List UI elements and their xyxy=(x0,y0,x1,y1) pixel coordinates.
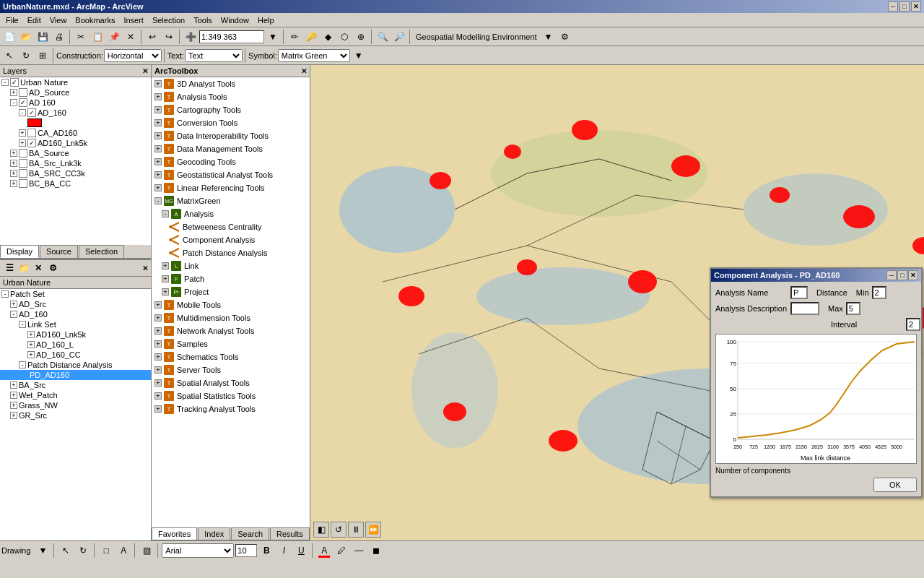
font-select[interactable]: Arial xyxy=(162,543,234,558)
expand-ba-src-cc3k[interactable]: + xyxy=(10,170,17,177)
comp-max-input[interactable] xyxy=(846,302,860,315)
line-color-button[interactable]: — xyxy=(351,543,367,558)
expand-ps-gr-src[interactable]: + xyxy=(10,412,17,419)
ps-ad160-cc[interactable]: + AD_160_CC xyxy=(0,350,151,360)
fill-tool[interactable]: ▧ xyxy=(139,543,154,558)
comp-analysis-name-input[interactable] xyxy=(790,286,808,299)
expand-geostat[interactable]: + xyxy=(154,171,162,178)
font-size-input[interactable] xyxy=(235,544,257,557)
expand-ad-source[interactable]: + xyxy=(10,89,17,96)
toolbox-patch-dist-analysis[interactable]: Patch Distance Analysis xyxy=(152,246,310,259)
expand-ba-source[interactable]: + xyxy=(10,150,17,157)
layer-ba-src-lnk3k[interactable]: + BA_Src_Lnk3k xyxy=(0,158,151,168)
toolbox-tracking[interactable]: + T Tracking Analyst Tools xyxy=(152,402,310,415)
tab-results[interactable]: Results xyxy=(270,527,310,540)
toolbox-betweeness[interactable]: Betweeness Centrality xyxy=(152,220,310,233)
check-ca-ad160[interactable] xyxy=(27,129,36,137)
copy-button[interactable]: 📋 xyxy=(90,29,105,45)
tab-selection[interactable]: Selection xyxy=(79,245,124,258)
layer-ba-source[interactable]: + BA_Source xyxy=(0,148,151,158)
save-button[interactable]: 💾 xyxy=(35,29,51,45)
expand-bc-ba-cc[interactable]: + xyxy=(10,180,17,187)
comp-maximize-btn[interactable]: □ xyxy=(897,270,907,280)
toolbox-conversion[interactable]: + T Conversion Tools xyxy=(152,116,310,129)
text-select[interactable]: Text xyxy=(185,49,243,62)
menu-insert[interactable]: Insert xyxy=(119,14,148,26)
toolbox-patch[interactable]: + P Patch xyxy=(152,272,310,285)
check-ad160-lnk5k[interactable] xyxy=(27,139,36,147)
toolbox-linear[interactable]: + T Linear Referencing Tools xyxy=(152,181,310,194)
expand-ps-link-set[interactable]: - xyxy=(19,321,26,328)
expand-link[interactable]: + xyxy=(162,262,169,269)
text-tool[interactable]: A xyxy=(116,543,131,558)
open-button[interactable]: 📂 xyxy=(18,29,34,45)
expand-cartography[interactable]: + xyxy=(154,106,162,113)
layer-ad160-lnk5k[interactable]: + AD160_Lnk5k xyxy=(0,138,151,148)
toolbox-dataintop[interactable]: + T Data Interoperability Tools xyxy=(152,129,310,142)
ps-grass-nw[interactable]: + Grass_NW xyxy=(0,400,151,410)
comp-ok-button[interactable]: OK xyxy=(873,478,917,492)
scale-input[interactable]: 1:349 363 xyxy=(199,30,264,43)
comp-minimize-btn[interactable]: ─ xyxy=(886,270,897,280)
tab-search[interactable]: Search xyxy=(231,527,269,540)
patchset-btn4[interactable]: ⚙ xyxy=(46,262,59,275)
layer-bc-ba-cc[interactable]: + BC_BA_CC xyxy=(0,178,151,189)
new-button[interactable]: 📄 xyxy=(1,29,17,45)
symbol-select[interactable]: Matrix Green xyxy=(278,49,350,62)
toolbox-link[interactable]: + L Link xyxy=(152,259,310,272)
expand-linear[interactable]: + xyxy=(154,184,162,191)
ps-wet-patch[interactable]: + Wet_Patch xyxy=(0,390,151,400)
tab-favorites[interactable]: Favorites xyxy=(152,527,197,540)
ps-ad-src[interactable]: + AD_Src xyxy=(0,299,151,309)
comp-min-input[interactable] xyxy=(872,286,886,299)
minimize-button[interactable]: ─ xyxy=(888,1,898,12)
construction-select[interactable]: Horizontal Vertical xyxy=(104,49,162,62)
ps-ad160[interactable]: - AD_160 xyxy=(0,309,151,319)
check-ad160[interactable] xyxy=(27,108,36,117)
zoom-out-button[interactable]: 🔎 xyxy=(391,29,407,45)
toolbox-matrixgreen[interactable]: - MG MatrixGreen xyxy=(152,194,310,207)
attr-button[interactable]: 🔑 xyxy=(303,29,319,45)
toolbox-cartography[interactable]: + T Cartography Tools xyxy=(152,103,310,116)
expand-ad160-lnk5k[interactable]: + xyxy=(19,139,26,147)
layer-ca-ad160[interactable]: + CA_AD160 xyxy=(0,128,151,138)
geo-env-dropdown[interactable]: ▼ xyxy=(541,29,557,45)
add-data-button[interactable]: ➕ xyxy=(183,29,199,45)
expand-ps-patch-set[interactable]: - xyxy=(1,290,9,298)
toolbox-mg-analysis[interactable]: - A Analysis xyxy=(152,207,310,220)
map-area[interactable]: ◧ ↺ ⏸ ⏩ Component Analysis - PD_AD160 ─ … xyxy=(310,65,924,540)
fill-color-button[interactable]: ◼ xyxy=(368,543,384,558)
expand-mg-analysis[interactable]: - xyxy=(162,210,169,217)
snap-button[interactable]: ⊕ xyxy=(353,29,369,45)
comp-interval-input[interactable] xyxy=(906,318,920,331)
expand-ps-ad160-l[interactable]: + xyxy=(27,341,35,348)
rectangle-tool[interactable]: □ xyxy=(98,543,114,558)
expand-matrixgreen[interactable]: - xyxy=(154,197,162,204)
pointer-tool[interactable]: ↖ xyxy=(1,48,17,64)
drawing-dropdown[interactable]: ▼ xyxy=(35,543,51,558)
expand-ad160[interactable]: - xyxy=(19,109,26,116)
expand-ps-ba-src[interactable]: + xyxy=(10,381,17,389)
font-color-button[interactable]: A xyxy=(316,543,332,558)
layer-ad160[interactable]: - AD_160 xyxy=(0,108,151,118)
highlight-button[interactable]: 🖊 xyxy=(334,543,349,558)
toolbox-network[interactable]: + T Network Analyst Tools xyxy=(152,324,310,337)
expand-datamgmt[interactable]: + xyxy=(154,145,162,152)
tab-display[interactable]: Display xyxy=(0,245,39,258)
menu-tools[interactable]: Tools xyxy=(189,14,217,26)
redo-button[interactable]: ↪ xyxy=(161,29,177,45)
toolbox-component-analysis[interactable]: Component Analysis xyxy=(152,233,310,246)
pointer-drawing-tool[interactable]: ↖ xyxy=(58,543,74,558)
toolbox-geostat[interactable]: + T Geostatistical Analyst Tools xyxy=(152,168,310,181)
expand-project[interactable]: + xyxy=(162,288,169,296)
expand-dataintop[interactable]: + xyxy=(154,132,162,139)
expand-analysis[interactable]: + xyxy=(154,93,162,100)
map-forward-btn[interactable]: ⏩ xyxy=(365,522,381,538)
check-ad-source[interactable] xyxy=(19,88,27,97)
menu-edit[interactable]: Edit xyxy=(23,14,45,26)
zoom-in-button[interactable]: 🔍 xyxy=(375,29,391,45)
undo-button[interactable]: ↩ xyxy=(144,29,160,45)
expand-ps-ad160-cc[interactable]: + xyxy=(27,351,35,358)
toolbox-close[interactable]: ✕ xyxy=(301,67,307,75)
close-button[interactable]: ✕ xyxy=(911,1,921,12)
